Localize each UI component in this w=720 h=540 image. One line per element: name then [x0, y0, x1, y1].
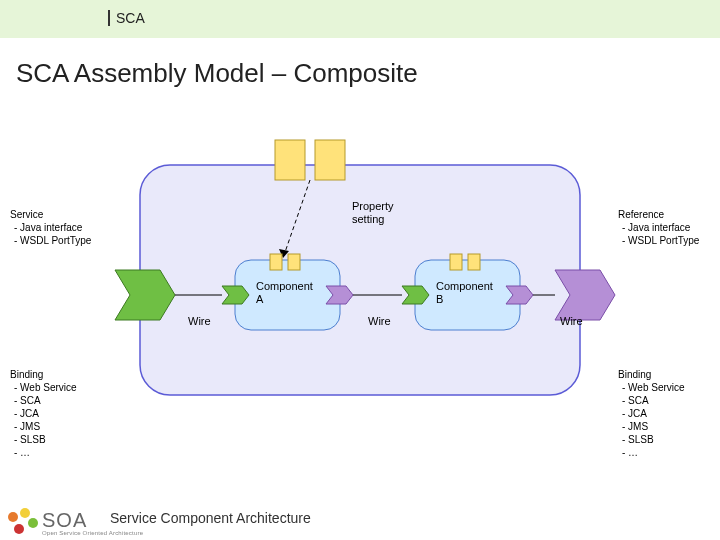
list-item: JMS — [622, 420, 685, 433]
list-item: … — [622, 446, 685, 459]
component-b-property — [450, 254, 462, 270]
service-items: Java interfaceWSDL PortType — [10, 221, 91, 247]
binding-left-note: Binding Web ServiceSCAJCAJMSSLSB… — [10, 368, 77, 459]
reference-heading: Reference — [618, 208, 699, 221]
binding-left-items: Web ServiceSCAJCAJMSSLSB… — [10, 381, 77, 459]
logo-subtext: Open Service Oriented Architecture — [42, 530, 143, 536]
list-item: JCA — [14, 407, 77, 420]
list-item: JCA — [622, 407, 685, 420]
slide: SCA SCA Assembly Model – Composite Prope… — [0, 0, 720, 540]
binding-right-items: Web ServiceSCAJCAJMSSLSB… — [618, 381, 685, 459]
component-a-property — [270, 254, 282, 270]
wire-label: Wire — [560, 315, 583, 327]
list-item: SLSB — [14, 433, 77, 446]
list-item: SCA — [14, 394, 77, 407]
component-a-property — [288, 254, 300, 270]
service-heading: Service — [10, 208, 91, 221]
binding-right-heading: Binding — [618, 368, 685, 381]
list-item: Web Service — [14, 381, 77, 394]
reference-items: Java interfaceWSDL PortType — [618, 221, 699, 247]
list-item: WSDL PortType — [622, 234, 699, 247]
composite-diagram-svg: Propertysetting ComponentA ComponentB — [0, 110, 720, 470]
list-item: JMS — [14, 420, 77, 433]
composite-property-block — [315, 140, 345, 180]
component-b-property — [468, 254, 480, 270]
list-item: SCA — [622, 394, 685, 407]
logo-icon — [6, 508, 38, 536]
list-item: … — [14, 446, 77, 459]
service-note: Service Java interfaceWSDL PortType — [10, 208, 91, 247]
binding-right-note: Binding Web ServiceSCAJCAJMSSLSB… — [618, 368, 685, 459]
page-title: SCA Assembly Model – Composite — [16, 58, 418, 89]
footer: SOA Open Service Oriented Architecture S… — [0, 494, 720, 540]
reference-note: Reference Java interfaceWSDL PortType — [618, 208, 699, 247]
binding-left-heading: Binding — [10, 368, 77, 381]
list-item: Java interface — [622, 221, 699, 234]
header-label: SCA — [108, 10, 145, 26]
footer-text: Service Component Architecture — [110, 510, 311, 526]
wire-label: Wire — [368, 315, 391, 327]
composite-property-block — [275, 140, 305, 180]
list-item: Java interface — [14, 221, 91, 234]
wire-label: Wire — [188, 315, 211, 327]
list-item: SLSB — [622, 433, 685, 446]
list-item: WSDL PortType — [14, 234, 91, 247]
diagram-canvas: Propertysetting ComponentA ComponentB — [0, 110, 720, 470]
list-item: Web Service — [622, 381, 685, 394]
